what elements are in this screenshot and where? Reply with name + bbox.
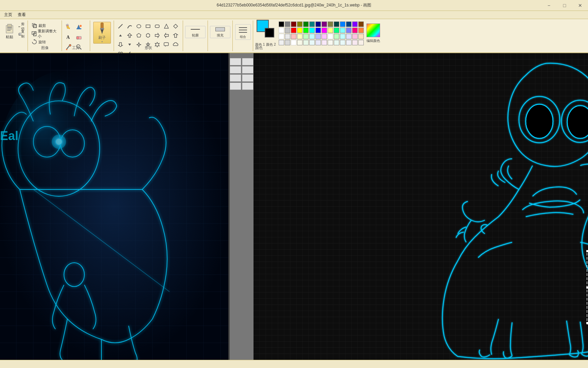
swatch-lavender[interactable] [315,34,321,39]
swatch-lightblue[interactable] [346,28,352,33]
swatch-lgreen[interactable] [303,34,309,39]
swatch-palepink[interactable] [352,34,358,39]
swatch-red[interactable] [291,28,296,33]
scroll-shapes-down[interactable] [125,40,134,49]
swatch-r4-10[interactable] [334,40,339,45]
star4-tool[interactable] [134,40,143,49]
swatch-blue2[interactable] [315,28,321,33]
minimize-button[interactable]: − [541,0,557,11]
eraser-tool[interactable] [74,32,84,42]
pencil-tool[interactable] [64,22,74,31]
swatch-r4-11[interactable] [340,40,345,45]
canvas-right[interactable]: ⊕ [254,53,588,360]
swatch-darkgreen[interactable] [303,21,309,27]
swatch-r4-8[interactable] [322,40,327,45]
swatch-yellow[interactable] [297,28,303,33]
swatch-magenta[interactable] [322,28,327,33]
swatch-darkred[interactable] [291,21,296,27]
swatch-navyblue[interactable] [346,21,352,27]
brush-label: 刷子 [98,35,106,40]
swatch-paleblue[interactable] [346,34,352,39]
group-tool[interactable]: 组合 [235,24,251,40]
swatch-lemon[interactable] [297,34,303,39]
swatch-r4-4[interactable] [297,40,303,45]
swatch-mint[interactable] [334,28,339,33]
down-arrow-tool[interactable] [116,40,125,49]
arrow-tool[interactable] [125,31,134,40]
swatch-r4-1[interactable] [279,40,284,45]
swatch-silver[interactable] [285,28,290,33]
swatch-darkyellow[interactable] [328,21,333,27]
curve-tool[interactable] [125,22,134,31]
swatch-violet[interactable] [352,21,358,27]
swatch-olive[interactable] [297,21,303,27]
brush-tool[interactable]: 刷子 ▾ [93,22,111,44]
menu-view[interactable]: 查看 [15,11,29,18]
triangle-tool[interactable] [162,22,171,31]
fill-tool[interactable] [74,22,84,31]
swatch-palecyan[interactable] [340,34,345,39]
swatch-purple[interactable] [322,21,327,27]
line-tool[interactable] [116,22,125,31]
swatch-r4-7[interactable] [315,40,321,45]
swatch-r4-12[interactable] [346,40,352,45]
diamond-tool[interactable] [171,22,180,31]
copy-button[interactable]: 复制 [18,31,26,37]
swatch-black[interactable] [279,21,284,27]
close-button[interactable]: ✕ [572,0,588,11]
swatch-r4-5[interactable] [303,40,309,45]
rotate-button[interactable]: 旋转 [31,38,59,46]
edit-colors-button[interactable]: 编辑颜色 [366,24,380,43]
canvas-left[interactable]: Eal [0,53,230,360]
swatch-white[interactable] [279,28,284,33]
outline-dropdown[interactable]: 轮廓 [185,26,206,38]
resize-button[interactable]: 重新调整大小 [31,30,59,37]
hexagon-tool[interactable] [144,31,152,40]
pentagon-tool[interactable] [134,31,143,40]
maximize-button[interactable]: □ [557,0,572,11]
rect-tool[interactable] [144,22,152,31]
paste-button[interactable]: 粘贴 [2,22,17,40]
text-tool[interactable]: A [64,32,74,42]
swatch-lightcyan[interactable] [340,28,345,33]
cut-button[interactable]: ✂ 剪切 [18,23,26,30]
swatch-lightyellow[interactable] [328,28,333,33]
callout-tool[interactable] [162,40,171,49]
fill-dropdown[interactable]: 填充 [210,26,230,38]
swatch-lpink[interactable] [291,34,296,39]
swatch-paleorange[interactable] [358,34,364,39]
swatch-lime[interactable] [303,28,309,33]
up-arrow-tool[interactable] [171,31,180,40]
swatch-lightpink2[interactable] [322,34,327,39]
swatch-r4-9[interactable] [328,40,333,45]
star6-tool[interactable] [153,40,162,49]
swatch-gray1[interactable] [285,21,290,27]
swatch-teal[interactable] [309,21,315,27]
swatch-pink[interactable] [352,28,358,33]
swatch-white2[interactable] [279,34,284,39]
crop-button[interactable]: 裁剪 [31,22,59,29]
secondary-color-box[interactable] [265,28,274,37]
cloud-tool[interactable] [171,40,180,49]
swatch-darkteal2[interactable] [334,21,339,27]
swatch-darkblue[interactable] [315,21,321,27]
swatch-r4-6[interactable] [309,40,315,45]
swatch-blue[interactable] [340,21,345,27]
oval-tool[interactable] [134,22,143,31]
swatch-r4-3[interactable] [291,40,296,45]
left-arrow-tool[interactable] [162,31,171,40]
scroll-shapes-up[interactable] [116,31,125,40]
swatch-palegreen[interactable] [334,34,339,39]
swatch-lightaqua[interactable] [309,34,315,39]
swatch-r4-13[interactable] [352,40,358,45]
swatch-r4-14[interactable] [358,40,364,45]
right-arrow-tool[interactable] [153,31,162,40]
swatch-brown[interactable] [358,21,364,27]
swatch-orange[interactable] [358,28,364,33]
menu-home[interactable]: 主页 [1,11,15,18]
swatch-white3[interactable] [328,34,333,39]
swatch-r4-2[interactable] [285,40,290,45]
swatch-cyan[interactable] [309,28,315,33]
rounded-rect-tool[interactable] [153,22,162,31]
swatch-lgray[interactable] [285,34,290,39]
